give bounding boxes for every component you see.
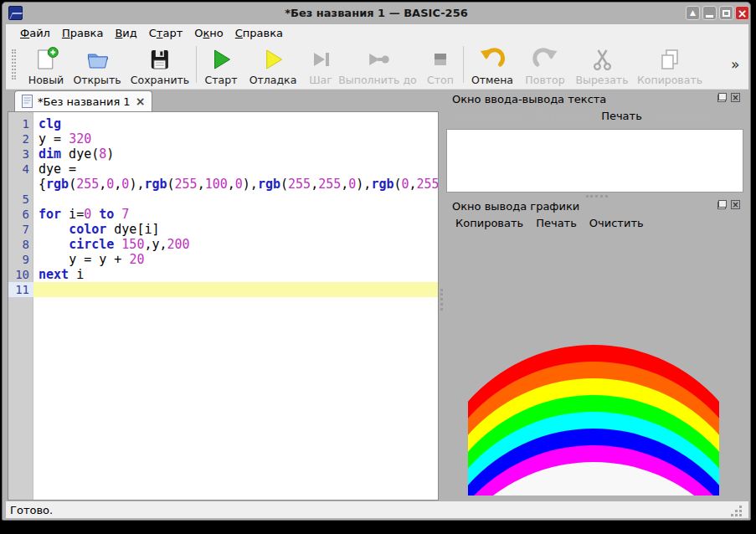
tab-close-icon[interactable]: × [136, 96, 146, 106]
line-number: 8 [8, 237, 33, 252]
code-line: 9 y = y + 20 [8, 252, 438, 267]
text-clear-button[interactable]: Очистить [655, 110, 709, 122]
redo-button[interactable]: Повтор [525, 46, 564, 86]
copy-icon [656, 46, 683, 73]
editor-pane: *Без названия 1 × 1clg2y = 3203dim dye(8… [8, 90, 439, 501]
code-line-text[interactable]: dye = {rgb(255,0,0),rgb(255,100,0),rgb(2… [33, 162, 439, 192]
code-line-text[interactable]: for i=0 to 7 [33, 207, 438, 222]
code-line: 4dye = {rgb(255,0,0),rgb(255,100,0),rgb(… [8, 162, 438, 192]
run-to-icon [364, 46, 391, 73]
code-editor[interactable]: 1clg2y = 3203dim dye(8)4dye = {rgb(255,0… [8, 111, 439, 501]
window-minimize-button[interactable] [702, 6, 717, 20]
code-line-text[interactable] [33, 192, 438, 207]
line-number: 1 [8, 116, 33, 131]
float-panel-icon[interactable] [717, 200, 727, 209]
dock-area: Окно ввода-вывода текста × Копировать Вс… [445, 90, 745, 501]
tab-untitled[interactable]: *Без названия 1 × [14, 90, 152, 111]
code-line: 3dim dye(8) [8, 146, 438, 162]
open-button[interactable]: Открыть [73, 46, 121, 86]
code-line-text[interactable]: y = y + 20 [33, 252, 438, 267]
debug-icon [260, 46, 286, 73]
code-line-text[interactable]: dim dye(8) [33, 146, 438, 162]
text-io-panel-title: Окно ввода-вывода текста [452, 93, 606, 105]
toolbar-separator [463, 46, 464, 83]
graphics-print-button[interactable]: Печать [536, 217, 577, 229]
debug-button[interactable]: Отладка [249, 46, 297, 86]
status-bar: Готово. [6, 501, 748, 518]
code-line: 10next i [8, 267, 438, 282]
line-number: 3 [8, 146, 33, 162]
up-arrow-icon: ▲ [690, 9, 696, 17]
minimize-icon [706, 15, 713, 18]
maximize-icon [723, 10, 730, 17]
menu-view[interactable]: Вид [109, 26, 142, 40]
code-line-text[interactable]: next i [33, 267, 438, 282]
start-button[interactable]: Старт [205, 46, 238, 86]
line-number: 2 [8, 131, 33, 146]
line-number: 5 [8, 192, 33, 207]
stop-button[interactable]: Стоп [427, 46, 454, 86]
toolbar-drag-handle[interactable] [12, 49, 16, 80]
horizontal-splitter[interactable] [445, 193, 745, 199]
code-line-text[interactable]: clg [33, 116, 438, 131]
code-line: 1clg [8, 116, 438, 131]
copy-button[interactable]: Копировать [637, 46, 702, 86]
window-shade-button[interactable]: ▲ [686, 6, 700, 20]
floppy-disk-icon [147, 46, 173, 73]
close-panel-icon[interactable]: × [731, 93, 740, 102]
text-paste-button[interactable]: Вставить [536, 110, 589, 122]
new-button[interactable]: Новый [28, 46, 64, 86]
code-line-text[interactable]: y = 320 [33, 131, 438, 146]
toolbar-overflow-chevron[interactable]: » [731, 56, 739, 73]
tab-label: *Без названия 1 [38, 95, 131, 108]
float-panel-icon[interactable] [717, 93, 727, 102]
redo-icon [532, 46, 558, 73]
line-number: 10 [8, 267, 33, 282]
text-io-panel-controls: × [717, 93, 740, 102]
run-to-button[interactable]: Выполнить до [338, 46, 416, 86]
toolbar-separator [196, 46, 197, 83]
graphics-output-canvas[interactable] [468, 244, 719, 495]
code-line-text[interactable]: color dye[i] [33, 222, 438, 237]
code-line-text[interactable] [33, 282, 438, 297]
text-io-buttons: Копировать Вставить Печать Очистить [445, 110, 745, 122]
resize-grip[interactable] [739, 506, 742, 508]
close-panel-icon[interactable]: × [731, 200, 740, 209]
cut-button[interactable]: Вырезать [575, 46, 628, 86]
text-output-area[interactable] [446, 129, 743, 193]
menu-window[interactable]: Окно [188, 26, 229, 40]
text-print-button[interactable]: Печать [601, 110, 642, 122]
code-line-text[interactable]: circle 150,y,200 [33, 237, 438, 252]
window-title: *Без названия 1 — BASIC-256 [3, 7, 750, 19]
open-folder-icon [84, 46, 111, 73]
app-window: *Без названия 1 — BASIC-256 ▲ × Файл Пра… [2, 2, 751, 521]
code-line: 8 circle 150,y,200 [8, 237, 438, 252]
splitter-handle-dots [586, 195, 608, 198]
document-icon [22, 95, 33, 108]
scissors-icon [589, 46, 615, 73]
graphics-clear-button[interactable]: Очистить [589, 217, 644, 229]
window-close-button[interactable]: × [735, 6, 749, 20]
undo-button[interactable]: Отмена [471, 46, 513, 86]
graphics-copy-button[interactable]: Копировать [455, 217, 523, 229]
graphics-buttons: Копировать Печать Очистить [445, 217, 745, 229]
menu-bar: Файл Правка Вид Старт Окно Справка [6, 24, 748, 41]
window-maximize-button[interactable] [719, 6, 733, 20]
vertical-splitter[interactable] [439, 90, 445, 501]
code-line: 6for i=0 to 7 [8, 207, 438, 222]
code-line: 2y = 320 [8, 131, 438, 146]
line-number: 9 [8, 252, 33, 267]
menu-help[interactable]: Справка [229, 26, 289, 40]
menu-file[interactable]: Файл [14, 26, 56, 40]
status-text: Готово. [10, 504, 53, 516]
menu-run[interactable]: Старт [143, 26, 188, 40]
code-line: 11 [8, 282, 438, 297]
text-copy-button[interactable]: Копировать [455, 110, 523, 122]
title-bar[interactable]: *Без названия 1 — BASIC-256 ▲ × [3, 3, 750, 24]
splitter-handle-dots [440, 289, 443, 311]
menu-edit[interactable]: Правка [56, 26, 109, 40]
line-number: 6 [8, 207, 33, 222]
step-button[interactable]: Шаг [307, 46, 334, 86]
close-icon: × [738, 8, 748, 19]
save-button[interactable]: Сохранить [131, 46, 189, 86]
